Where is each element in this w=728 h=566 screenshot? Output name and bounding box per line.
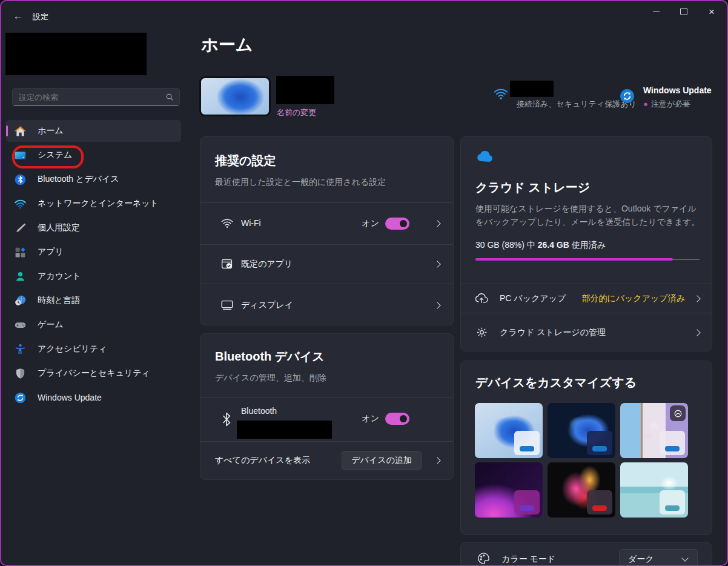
palette-icon (477, 551, 491, 565)
storage-progress-fill (475, 258, 673, 261)
search-input[interactable] (13, 93, 165, 102)
system-icon (13, 148, 27, 162)
pc-backup-row[interactable]: PC バックアップ 部分的にバックアップ済み (461, 284, 712, 313)
chevron-right-icon (434, 220, 440, 227)
theme-tile-light-landscape[interactable] (620, 462, 688, 518)
sidebar-item-gaming[interactable]: ゲーム (6, 314, 181, 336)
chevron-right-icon (434, 302, 440, 308)
bluetooth-devices-card: Bluetooth デバイス デバイスの管理、追加、削除 Bluetooth オ… (200, 333, 454, 480)
view-all-devices-label: すべてのデバイスを表示 (215, 455, 310, 466)
cloud-storage-title: クラウド ストレージ (475, 179, 590, 196)
wifi-toggle[interactable] (385, 218, 409, 230)
settings-search-box[interactable] (12, 88, 180, 106)
color-mode-value: ダーク (628, 554, 654, 565)
close-icon: × (709, 7, 715, 17)
accounts-icon (13, 270, 27, 283)
display-row[interactable]: ディスプレイ (200, 284, 453, 326)
minimize-button[interactable] (642, 1, 670, 22)
sidebar-item-personalization[interactable]: 個人用設定 (6, 217, 181, 239)
customize-title: デバイスをカスタマイズする (475, 375, 637, 391)
sidebar-item-privacy[interactable]: プライバシーとセキュリティ (6, 362, 181, 384)
wifi-settings-row[interactable]: Wi-Fi オン (200, 203, 453, 244)
bluetooth-row[interactable]: Bluetooth オン (200, 398, 453, 441)
gaming-icon (13, 318, 27, 331)
sidebar-item-windows-update[interactable]: Windows Update (6, 387, 181, 408)
chevron-right-icon (693, 329, 700, 336)
maximize-icon (680, 8, 687, 15)
rename-link[interactable]: 名前の変更 (277, 107, 316, 118)
color-mode-card: カラー モード ダーク (460, 542, 712, 566)
wifi-status-icon (493, 87, 509, 101)
cloud-storage-description: 使用可能なストレージを使用すると、Outlook でファイルをバックアップしたり… (475, 202, 701, 228)
sidebar-item-system[interactable]: システム (6, 144, 181, 166)
close-button[interactable]: × (698, 1, 726, 22)
theme-preview-overlay (587, 490, 612, 514)
view-all-devices-row[interactable]: すべてのデバイスを表示 デバイスの追加 (200, 442, 453, 480)
sidebar-item-time-language[interactable]: 時刻と言語 (6, 290, 181, 311)
personalization-icon (13, 221, 27, 235)
display-label: ディスプレイ (241, 300, 293, 311)
theme-tile-purple-glow[interactable] (475, 462, 543, 518)
windows-update-status-icon (620, 88, 635, 104)
manage-cloud-storage-row[interactable]: クラウド ストレージの管理 (461, 313, 712, 352)
cloud-icon (475, 149, 495, 164)
sidebar-item-home[interactable]: ホーム (6, 120, 181, 142)
default-apps-icon (220, 258, 233, 270)
wifi-icon (220, 218, 234, 229)
time-language-icon (13, 294, 27, 307)
sidebar-item-accessibility[interactable]: アクセシビリティ (6, 338, 181, 360)
default-apps-label: 既定のアプリ (241, 259, 293, 270)
bluetooth-card-subtitle: デバイスの管理、追加、削除 (215, 373, 326, 384)
sidebar-item-accounts[interactable]: アカウント (6, 265, 181, 287)
color-mode-dropdown[interactable]: ダーク (619, 549, 698, 566)
bluetooth-icon (13, 173, 27, 186)
redacted-device-name (276, 76, 334, 104)
sidebar-item-label: ホーム (38, 125, 64, 136)
recommended-subtitle: 最近使用した設定と一般的に使用される設定 (215, 177, 386, 188)
bluetooth-glyph-icon (222, 412, 231, 427)
recommended-title: 推奨の設定 (215, 153, 276, 169)
sidebar-item-apps[interactable]: アプリ (6, 241, 181, 263)
window-title: 設定 (33, 12, 48, 22)
search-icon (165, 93, 174, 101)
theme-preview-overlay (514, 490, 540, 514)
selected-indicator (6, 125, 8, 136)
network-icon (13, 197, 27, 210)
home-icon (13, 124, 27, 138)
sidebar-item-bluetooth[interactable]: Bluetooth とデバイス (6, 168, 181, 190)
display-icon (220, 299, 234, 311)
back-button[interactable]: ← (10, 8, 27, 24)
cloud-storage-card: クラウド ストレージ 使用可能なストレージを使用すると、Outlook でファイ… (460, 136, 712, 351)
wifi-status-text: 接続済み、セキュリティ保護あり (517, 99, 637, 110)
color-mode-label: カラー モード (501, 554, 555, 565)
chevron-down-icon (681, 554, 688, 561)
theme-tile-dark-flower[interactable] (548, 462, 615, 518)
spotlight-badge-icon (670, 405, 686, 421)
maximize-button[interactable] (670, 1, 698, 22)
theme-tile-dark-bloom[interactable] (548, 403, 615, 458)
chevron-right-icon (693, 295, 700, 302)
windows-update-title: Windows Update (643, 85, 712, 95)
theme-preview-overlay (514, 431, 540, 455)
bluetooth-toggle[interactable] (385, 413, 409, 425)
sidebar-item-network[interactable]: ネットワークとインターネット (6, 193, 181, 215)
default-apps-row[interactable]: 既定のアプリ (200, 245, 453, 284)
privacy-icon (13, 367, 27, 380)
page-title: ホーム (201, 33, 253, 56)
windows-update-status: ●注意が必要 (643, 99, 690, 110)
add-device-button[interactable]: デバイスの追加 (342, 451, 422, 470)
minimize-icon (653, 12, 660, 12)
storage-usage-text: 30 GB (88%) 中 26.4 GB 使用済み (475, 240, 606, 251)
bluetooth-row-label: Bluetooth (241, 406, 277, 416)
theme-tile-spotlight[interactable] (620, 403, 688, 458)
cloud-backup-icon (474, 291, 489, 304)
pc-backup-status: 部分的にバックアップ済み (581, 293, 685, 304)
device-preview-image (199, 76, 271, 116)
chevron-right-icon (434, 261, 440, 267)
apps-icon (13, 245, 27, 259)
wifi-row-label: Wi-Fi (241, 218, 261, 228)
wifi-toggle-label: オン (362, 218, 379, 229)
pc-backup-label: PC バックアップ (500, 293, 566, 304)
gear-icon (475, 326, 488, 339)
theme-tile-light-bloom[interactable] (475, 403, 543, 458)
